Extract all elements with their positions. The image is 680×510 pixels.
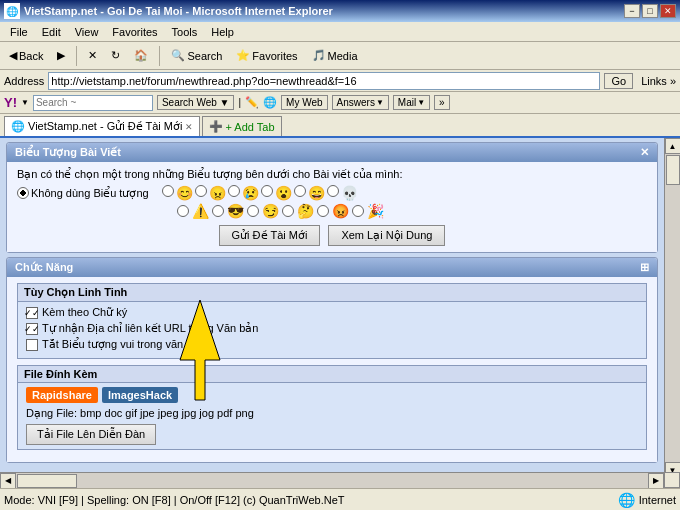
option-1: ✓ Kèm theo Chữ ký [26,306,638,319]
checkbox-3[interactable] [26,339,38,351]
home-icon: 🏠 [134,49,148,62]
radio-emoji-8[interactable] [212,205,224,217]
file-types: Dạng File: bmp doc gif jpe jpeg jpg jog … [26,407,638,420]
radio-emoji-3[interactable] [228,185,240,197]
tab-close-icon[interactable]: ✕ [185,122,193,132]
yahoo-search-input[interactable] [33,95,153,111]
radio-emoji-10[interactable] [282,205,294,217]
hscroll-track[interactable] [16,473,648,489]
imageshack-link[interactable]: ImagesHack [102,387,178,403]
stop-button[interactable]: ✕ [83,46,102,65]
tuy-chon-body: ✓ Kèm theo Chữ ký ✓ Tự nhận Địa chỉ liên… [18,302,646,358]
search-button[interactable]: 🔍 Search [166,46,227,65]
hscroll-thumb[interactable] [17,474,77,488]
links-label: Links » [641,75,676,87]
status-bar: Mode: VNI [F9] | Spelling: ON [F8] | On/… [0,488,680,510]
upload-button[interactable]: Tải File Lên Diễn Đàn [26,424,156,445]
chevron-down-icon: ▼ [417,98,425,107]
address-bar: Address Go Links » [0,70,680,92]
pencil-icon: ✏️ [245,96,259,109]
menu-file[interactable]: File [4,24,34,40]
emoji-face: 😊 [176,185,193,201]
emoji-face: 😮 [275,185,292,201]
menu-view[interactable]: View [69,24,105,40]
scroll-corner [664,472,680,488]
preview-button[interactable]: Xem Lại Nội Dung [328,225,445,246]
yahoo-more-button[interactable]: » [434,95,450,110]
refresh-button[interactable]: ↻ [106,46,125,65]
emoji-face: 🎉 [367,203,384,219]
separator [76,46,77,66]
action-buttons: Gửi Đề Tài Mới Xem Lại Nội Dung [17,225,647,246]
file-links: Rapidshare ImagesHack [26,387,638,403]
bieu-tuong-panel: Biểu Tượng Bài Viết ✕ Bạn có thể chọn mộ… [6,142,658,253]
submit-button[interactable]: Gửi Đề Tài Mới [219,225,321,246]
close-button[interactable]: ✕ [660,4,676,18]
back-button[interactable]: ◀ Back [4,46,48,65]
no-icon-option[interactable]: Không dùng Biểu tượng [17,187,149,200]
browser-tab[interactable]: 🌐 VietStamp.net - Gửi Đề Tài Mới ✕ [4,116,200,136]
panel-close-icon[interactable]: ✕ [640,146,649,159]
scroll-up-button[interactable]: ▲ [665,138,681,154]
file-dinh-kem-section: File Đính Kèm Rapidshare ImagesHack Dạng… [17,365,647,450]
option-2: ✓ Tự nhận Địa chỉ liên kết URL trong Văn… [26,322,638,335]
emoji-face: ⚠️ [192,203,209,219]
refresh-icon: ↻ [111,49,120,62]
radio-no-icon[interactable] [17,187,29,199]
radio-emoji-11[interactable] [317,205,329,217]
emoji-face: 😏 [262,203,279,219]
myweb-button[interactable]: My Web [281,95,328,110]
menu-tools[interactable]: Tools [166,24,204,40]
tab-title: VietStamp.net - Gửi Đề Tài Mới [28,120,182,133]
add-tab-button[interactable]: ➕ + Add Tab [202,116,281,136]
forward-button[interactable]: ▶ [52,46,70,65]
bieu-tuong-description: Bạn có thể chọn một trong những Biểu tượ… [17,168,647,181]
home-button[interactable]: 🏠 [129,46,153,65]
status-mode: Mode: VNI [F9] | Spelling: ON [F8] | On/… [4,494,618,506]
go-button[interactable]: Go [604,73,633,89]
emoji-face: 😎 [227,203,244,219]
radio-emoji-9[interactable] [247,205,259,217]
answers-button[interactable]: Answers ▼ [332,95,389,110]
add-icon: ➕ [209,120,223,133]
media-button[interactable]: 🎵 Media [307,46,363,65]
window-title: VietStamp.net - Goi De Tai Moi - Microso… [24,5,333,17]
option-3: Tắt Biểu tượng vui trong văn bản [26,338,638,351]
radio-emoji-12[interactable] [352,205,364,217]
emoji-face: 😠 [209,185,226,201]
menu-edit[interactable]: Edit [36,24,67,40]
radio-emoji-5[interactable] [294,185,306,197]
scroll-track[interactable] [665,154,681,462]
horizontal-scrollbar[interactable]: ◀ ▶ [0,472,664,488]
favorites-button[interactable]: ⭐ Favorites [231,46,302,65]
menu-favorites[interactable]: Favorites [106,24,163,40]
radio-emoji-1[interactable] [162,185,174,197]
scroll-left-button[interactable]: ◀ [0,473,16,489]
maximize-button[interactable]: □ [642,4,658,18]
yahoo-logo: Y! [4,95,17,110]
rapidshare-link[interactable]: Rapidshare [26,387,98,403]
emoji-face: 💀 [341,185,358,201]
tab-favicon: 🌐 [11,120,25,133]
radio-emoji-2[interactable] [195,185,207,197]
radio-emoji-7[interactable] [177,205,189,217]
file-dinh-kem-title: File Đính Kèm [18,366,646,383]
menu-help[interactable]: Help [205,24,240,40]
minimize-button[interactable]: − [624,4,640,18]
yahoo-search-web-button[interactable]: Search Web ▼ [157,95,235,110]
radio-emoji-4[interactable] [261,185,273,197]
mail-button[interactable]: Mail ▼ [393,95,430,110]
vertical-scrollbar[interactable]: ▲ ▼ [664,138,680,478]
scroll-thumb[interactable] [666,155,680,185]
address-input[interactable] [48,72,600,90]
scroll-right-button[interactable]: ▶ [648,473,664,489]
app-icon: 🌐 [4,3,20,19]
radio-emoji-6[interactable] [327,185,339,197]
checkbox-2[interactable]: ✓ [26,323,38,335]
panel-collapse-icon[interactable]: ⊞ [640,261,649,274]
yahoo-dropdown-icon: ▼ [21,98,29,107]
checkbox-1[interactable]: ✓ [26,307,38,319]
window-controls: − □ ✕ [624,4,676,18]
bieu-tuong-panel-body: Bạn có thể chọn một trong những Biểu tượ… [7,162,657,252]
emoji-row-1: Không dùng Biểu tượng 😊 😠 😢 😮 😄 💀 [17,185,647,201]
